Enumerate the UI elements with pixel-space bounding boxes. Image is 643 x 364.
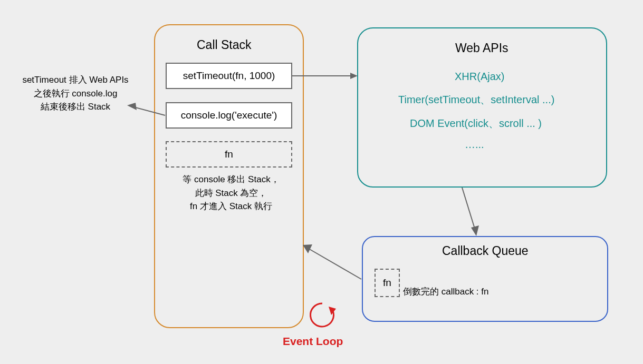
web-api-dom: DOM Event(click、scroll ... ): [410, 116, 542, 131]
stack-item-settimeout: setTimeout(fn, 1000): [166, 63, 292, 89]
svg-marker-7: [303, 244, 312, 253]
left-annotation: setTimeout 排入 Web APIs 之後執行 console.log …: [9, 73, 141, 114]
arrow-stack-to-webapis: [292, 71, 361, 81]
event-loop-label: Event Loop: [283, 335, 343, 348]
web-api-etc: …...: [465, 139, 484, 151]
arrow-stack-to-note: [127, 103, 169, 124]
stack-item-fn: fn: [166, 141, 292, 168]
callback-queue-title: Callback Queue: [442, 244, 529, 258]
web-apis-title: Web APIs: [455, 41, 508, 55]
svg-line-4: [462, 188, 475, 229]
stack-item-consolelog: console.log('execute'): [166, 102, 292, 129]
call-stack-title: Call Stack: [197, 38, 252, 52]
event-loop-icon: [308, 300, 339, 332]
svg-marker-5: [471, 225, 479, 236]
svg-line-6: [309, 249, 361, 279]
web-api-timer: Timer(setTimeout、setInterval ...): [398, 93, 554, 107]
callback-queue-note: 倒數完的 callback : fn: [403, 285, 489, 299]
svg-marker-8: [329, 307, 336, 315]
svg-marker-3: [127, 103, 137, 110]
svg-marker-1: [350, 73, 358, 79]
web-api-xhr: XHR(Ajax): [455, 71, 504, 83]
svg-line-2: [133, 107, 165, 115]
call-stack-note: 等 console 移出 Stack， 此時 Stack 為空， fn 才進入 …: [170, 173, 292, 213]
callback-queue-item: fn: [375, 269, 400, 297]
arrow-queue-to-stack: [301, 242, 369, 290]
arrow-webapis-to-queue: [448, 188, 485, 240]
